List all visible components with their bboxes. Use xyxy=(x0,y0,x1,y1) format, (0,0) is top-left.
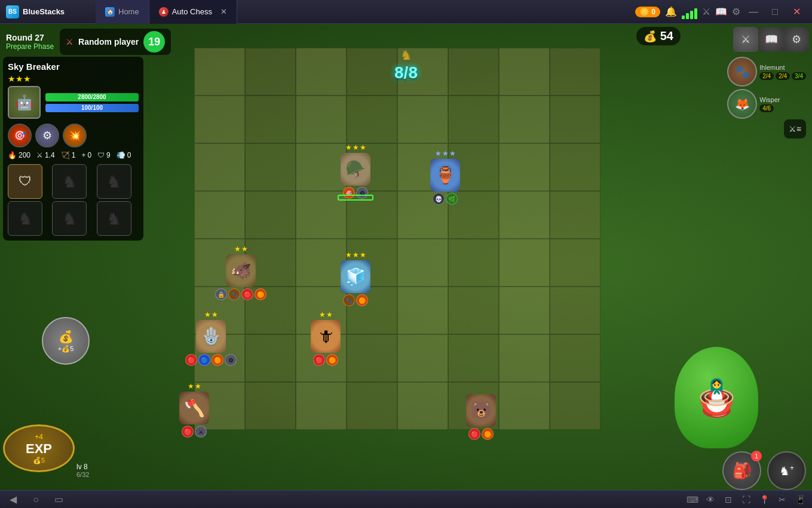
settings-icon-button[interactable]: ⚙ xyxy=(784,27,809,52)
keyboard-button[interactable]: ⌨ xyxy=(685,493,700,506)
titlebar-icon-2[interactable]: 📖 xyxy=(715,6,727,17)
phone-button[interactable]: 📱 xyxy=(793,493,807,506)
exp-button[interactable]: +4 EXP 💰5 xyxy=(3,424,75,472)
board-cell[interactable] xyxy=(245,382,296,430)
exp-label: EXP xyxy=(26,441,52,457)
board-cell[interactable] xyxy=(550,382,600,430)
board-cell[interactable] xyxy=(499,239,550,287)
titlebar-icon-3[interactable]: ⚙ xyxy=(732,6,740,17)
game-piece-5[interactable]: ★ ★ 🪬 🔴 🔵 🟠 ⚙ xyxy=(185,310,237,366)
item-slot-5[interactable]: ♞ xyxy=(52,201,87,236)
home-button[interactable]: ○ xyxy=(27,493,44,506)
board-cell[interactable] xyxy=(550,239,600,287)
board-cell[interactable] xyxy=(296,239,347,287)
board-cell[interactable] xyxy=(194,191,245,239)
board-cell[interactable] xyxy=(550,96,600,143)
board-cell[interactable] xyxy=(397,96,448,143)
player-avatar-2[interactable]: 🦊 xyxy=(727,89,757,119)
recent-apps-button[interactable]: ▭ xyxy=(50,493,67,506)
board-cell[interactable] xyxy=(245,334,296,382)
board-cell[interactable] xyxy=(499,191,550,239)
board-cell[interactable] xyxy=(499,287,550,334)
exp-plus-label: +4 xyxy=(35,433,43,441)
game-piece-4[interactable]: ★ ★ ★ 🧊 🐾 🟠 xyxy=(341,251,370,306)
star-2: ★ xyxy=(241,245,248,253)
expand-button[interactable]: ⛶ xyxy=(739,493,753,506)
skill-3-button[interactable]: 💥 xyxy=(63,124,87,147)
game-piece-7[interactable]: ★ ★ 🪓 🔴 ⚔ xyxy=(179,382,209,438)
board-cell[interactable] xyxy=(499,334,550,382)
board-cell[interactable] xyxy=(499,143,550,191)
item-slot-4[interactable]: ♞ xyxy=(8,201,42,236)
piece-icon-1: 🐾 xyxy=(343,294,355,306)
piece-selected-indicator xyxy=(338,195,373,201)
board-cell[interactable] xyxy=(194,96,245,143)
board-cell[interactable] xyxy=(397,287,448,334)
minimize-button[interactable]: — xyxy=(745,4,762,20)
mr-value: 9 xyxy=(106,151,111,159)
add-piece-icon: ♞+ xyxy=(779,464,794,478)
game-piece-1[interactable]: ★ ★ ★ 🪖 🎯 ⚙ xyxy=(341,143,370,199)
game-tab[interactable]: ♟ Auto Chess ✕ xyxy=(149,0,237,24)
board-cell[interactable] xyxy=(499,96,550,143)
item-slot-6[interactable]: ♞ xyxy=(97,201,131,236)
item-slot-1[interactable]: 🛡 xyxy=(8,164,42,199)
titlebar-icon-1[interactable]: ⚔ xyxy=(702,6,710,17)
board-cell[interactable] xyxy=(448,287,499,334)
game-piece-6[interactable]: ★ ★ 🗡 🔴 🟠 xyxy=(311,310,341,366)
game-piece-2[interactable]: ★ ★ ★ 🏺 💀 🌿 xyxy=(430,149,460,205)
board-cell[interactable] xyxy=(347,382,397,430)
location-button[interactable]: 📍 xyxy=(757,493,771,506)
speed-value: 1.4 xyxy=(45,151,55,159)
scissors-button[interactable]: ✂ xyxy=(775,493,789,506)
board-cell[interactable] xyxy=(397,334,448,382)
maximize-button[interactable]: □ xyxy=(767,4,783,20)
board-cell[interactable] xyxy=(550,191,600,239)
board-cell[interactable] xyxy=(397,382,448,430)
game-piece-3[interactable]: ★ ★ 🐗 🔒 🐾 🔴 🟠 xyxy=(215,245,266,300)
board-cell[interactable] xyxy=(194,143,245,191)
close-button[interactable]: ✕ xyxy=(788,4,805,20)
board-cell[interactable] xyxy=(296,96,347,143)
board-cell[interactable] xyxy=(448,96,499,143)
board-cell[interactable] xyxy=(499,382,550,430)
gold-amount: 54 xyxy=(660,29,673,43)
skill-2-button[interactable]: ⚙ xyxy=(35,124,59,147)
board-cell[interactable] xyxy=(550,143,600,191)
item-slot-2[interactable]: ♞ xyxy=(52,164,87,199)
board-cell[interactable] xyxy=(397,239,448,287)
attack-value: 200 xyxy=(19,151,30,159)
board-cell[interactable] xyxy=(448,334,499,382)
board-cell[interactable] xyxy=(245,191,296,239)
combat-icon-button[interactable]: ⚔ xyxy=(733,27,758,52)
add-piece-button[interactable]: ♞+ xyxy=(767,451,806,490)
item-slot-3[interactable]: ♞ xyxy=(97,164,131,199)
back-button[interactable]: ◀ xyxy=(5,493,22,506)
board-cell[interactable] xyxy=(296,143,347,191)
board-cell[interactable] xyxy=(296,382,347,430)
synergy-badge-2: 2/4 xyxy=(776,72,790,80)
board-cell[interactable] xyxy=(550,334,600,382)
backpack-button[interactable]: 🎒 1 xyxy=(722,451,761,490)
piece-stars: ★ ★ xyxy=(188,382,201,390)
panel-toggle-button[interactable]: ⚔≡ xyxy=(784,119,806,138)
board-cell[interactable] xyxy=(448,239,499,287)
home-tab-label: Home xyxy=(118,7,139,16)
board-cell[interactable] xyxy=(347,96,397,143)
board-cell[interactable] xyxy=(550,287,600,334)
game-piece-8[interactable]: 🐻 🔴 🟠 xyxy=(466,394,496,440)
coin-badge: 🪙 0 xyxy=(635,7,660,17)
eye-button[interactable]: 👁 xyxy=(703,493,718,506)
gold-collect-button[interactable]: 💰 +💰5 xyxy=(42,317,90,365)
board-cell[interactable] xyxy=(347,334,397,382)
notification-icon[interactable]: 🔔 xyxy=(665,6,677,17)
book-icon-button[interactable]: 📖 xyxy=(759,27,784,52)
screen-button[interactable]: ⊡ xyxy=(721,493,736,506)
home-tab[interactable]: 🏠 Home xyxy=(96,0,149,24)
close-tab-button[interactable]: ✕ xyxy=(220,7,227,16)
skill-1-button[interactable]: 🎯 xyxy=(8,124,32,147)
board-cell[interactable] xyxy=(245,96,296,143)
player-avatar-1[interactable]: 🐾 xyxy=(727,57,757,87)
backpack-icon: 🎒 xyxy=(733,461,752,480)
board-cell[interactable] xyxy=(245,143,296,191)
